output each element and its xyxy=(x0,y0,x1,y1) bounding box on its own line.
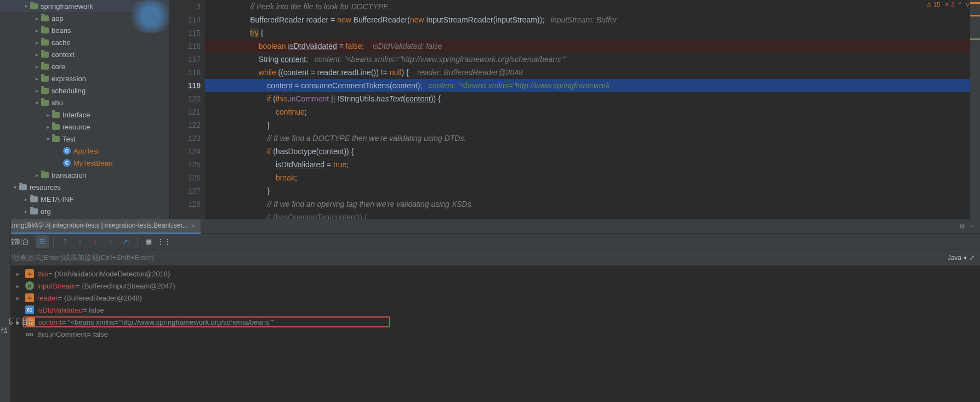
language-selector[interactable]: Java▾⤢ xyxy=(948,254,975,262)
code-area[interactable]: // Peek into the file to look for DOCTYP… xyxy=(205,0,980,219)
current-execution-line: content = consumeCommentTokens(content);… xyxy=(205,79,980,92)
tree-node-resources[interactable]: ▾resources xyxy=(0,181,169,193)
evaluate-icon[interactable]: ▦ xyxy=(142,235,155,248)
trace-icon[interactable]: ⋮⋮ xyxy=(157,235,170,248)
chevron-down-icon: ▾ xyxy=(964,254,967,262)
debug-toolbar: 控制台 ☰ ⤴ ↓ ↓ ↑ ↗| ▦ ⋮⋮ xyxy=(0,234,980,250)
tree-node-resource[interactable]: ▸resource xyxy=(0,121,169,133)
tree-node-expression[interactable]: ▸expression xyxy=(0,72,169,84)
mascot-icon xyxy=(126,0,175,33)
step-over-icon[interactable]: ⤴ xyxy=(58,235,71,248)
evaluate-input[interactable]: 评估表达式(Enter)或添加监视(Ctrl+Shift+Enter) xyxy=(5,253,948,263)
var-row[interactable]: 01isDtdValidated = false xyxy=(0,304,980,316)
force-step-into-icon[interactable]: ↓ xyxy=(89,235,102,248)
code-editor[interactable]: 3 114 115 116 117 118 119 120 121 122 12… xyxy=(170,0,980,219)
run-to-cursor-icon[interactable]: ↗| xyxy=(119,235,133,248)
expand-icon[interactable]: ⤢ xyxy=(969,254,975,262)
inspection-status[interactable]: ⚠ 15✕ 2^v xyxy=(926,1,969,8)
variables-panel[interactable]: ▸≡this = {XmlValidationModeDetector@2018… xyxy=(0,265,980,342)
minimize-icon[interactable]: − xyxy=(971,223,975,230)
var-row[interactable]: oothis.inComment = false xyxy=(0,328,980,340)
tree-node-cache[interactable]: ▸cache xyxy=(0,36,169,48)
step-out-icon[interactable]: ↑ xyxy=(104,235,117,248)
tree-node-transaction[interactable]: ▸transaction xyxy=(0,169,169,181)
threads-icon[interactable]: ☰ xyxy=(36,235,49,248)
editor-marks-strip[interactable] xyxy=(970,0,980,219)
debug-tab-bar: Spring源码学习:integration-tests [:integrati… xyxy=(0,219,980,234)
tree-node-context[interactable]: ▸context xyxy=(0,48,169,60)
tree-node-org[interactable]: ▸org xyxy=(0,205,169,217)
left-toolwindow-strip[interactable]: 结LoLodBdB xyxy=(0,219,11,402)
tree-node-test[interactable]: ▾Test xyxy=(0,133,169,145)
tree-node-metainf[interactable]: ▸META-INF xyxy=(0,193,169,205)
project-tree[interactable]: ▾springframework ▸aop ▸beans ▸cache ▸con… xyxy=(0,0,170,219)
var-row[interactable]: ▸≡this = {XmlValidationModeDetector@2018… xyxy=(0,268,980,280)
evaluate-expression-bar: 评估表达式(Enter)或添加监视(Ctrl+Shift+Enter) Java… xyxy=(0,250,980,265)
step-into-icon[interactable]: ↓ xyxy=(73,235,87,248)
tree-node-mytestbean[interactable]: CMyTestBean xyxy=(0,157,169,169)
var-row-highlighted[interactable]: ▸≡content = "<beans xmlns="http://www.sp… xyxy=(0,316,980,328)
var-row[interactable]: ▸≡reader = {BufferedReader@2048} xyxy=(0,292,980,304)
tree-node-core[interactable]: ▸core xyxy=(0,60,169,72)
tree-node-shu[interactable]: ▾shu xyxy=(0,97,169,109)
gear-icon[interactable]: ⚙ xyxy=(959,223,965,230)
tree-node-interface[interactable]: ▸Interface xyxy=(0,109,169,121)
tree-node-apptest[interactable]: CAppTest xyxy=(0,145,169,157)
line-gutter: 3 114 115 116 117 118 119 120 121 122 12… xyxy=(170,0,205,219)
var-row[interactable]: ▸pinputStream = {BufferedInputStream@204… xyxy=(0,280,980,292)
tree-node-scheduling[interactable]: ▸scheduling xyxy=(0,84,169,97)
